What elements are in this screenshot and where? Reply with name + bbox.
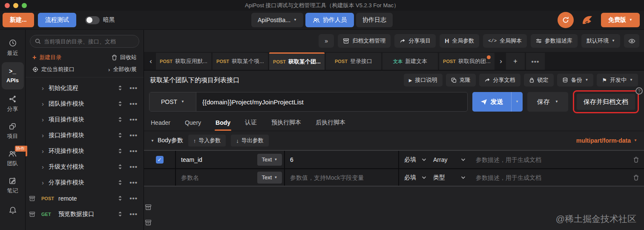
global-script-button[interactable]: </> 全局脚本 [483, 34, 527, 48]
more-icon[interactable]: ••• [129, 163, 138, 170]
share-doc-button[interactable]: 分享文档 [479, 74, 520, 86]
dark-mode-toggle[interactable]: 暗黑 [85, 16, 115, 24]
tree-folder[interactable]: › 初始化流程 ••• [26, 80, 144, 96]
tree-folder[interactable]: › 环境操作模块 ••• [26, 143, 144, 159]
tab-body[interactable]: Body [216, 114, 230, 131]
delete-row-trash-icon[interactable] [633, 157, 639, 163]
export-params-button[interactable]: ↓ 导出参数 [231, 135, 269, 147]
param-checkbox-checked[interactable]: ✓ [156, 156, 164, 164]
sort-icon[interactable] [118, 117, 122, 122]
url-input[interactable] [196, 92, 467, 111]
search-input[interactable] [44, 38, 134, 45]
sort-icon[interactable] [118, 132, 122, 138]
param-value-input[interactable] [290, 174, 393, 181]
new-tab-button[interactable]: + [506, 53, 525, 70]
new-button[interactable]: 新建... [3, 13, 34, 27]
more-icon[interactable]: ••• [129, 147, 138, 155]
api-tree-item[interactable]: GET 预览数据接口 ••• [26, 206, 144, 222]
lock-button[interactable]: 锁定 [524, 74, 554, 86]
param-name-input[interactable] [181, 156, 255, 163]
clone-button[interactable]: 克隆 [446, 74, 476, 86]
share-project-button[interactable]: 分享项目 [394, 34, 436, 48]
recycle-bin-button[interactable]: 回收站 [112, 54, 137, 61]
request-tab[interactable]: POST 获取应用默... [156, 53, 211, 70]
sort-icon[interactable] [118, 101, 122, 106]
collaborators-button[interactable]: 协作人员 [305, 13, 354, 27]
more-icon[interactable]: ••• [129, 132, 138, 139]
tabs-scroll-left-button[interactable]: ‹ [146, 53, 156, 70]
more-icon[interactable]: ••• [129, 116, 138, 123]
locate-current-api-button[interactable]: 定位当前接口 [32, 66, 75, 73]
tab-auth[interactable]: 认证 [245, 114, 257, 131]
overflow-chevrons-button[interactable]: » [319, 34, 334, 48]
global-params-button[interactable]: H 全局参数 [440, 34, 479, 48]
sort-icon[interactable] [118, 211, 122, 217]
workspace-dropdown[interactable]: ApiPostBa... ▼ [251, 13, 303, 27]
collab-log-button[interactable]: 协作日志 [356, 13, 393, 27]
environment-dropdown[interactable]: 默认环境 ▼ [581, 34, 620, 48]
more-icon[interactable]: ••• [129, 100, 138, 107]
sidebar-item-team[interactable]: 协作 团队 [2, 146, 24, 171]
collapse-expand-all-button[interactable]: › 全部收/展 [108, 66, 137, 73]
free-version-button[interactable]: 免费版 ▼ [601, 13, 640, 27]
content-type-dropdown[interactable]: multipart/form-data ▼ [576, 137, 637, 144]
param-type-dropdown[interactable]: Text ▼ [257, 172, 282, 184]
param-type-dropdown[interactable]: Text ▼ [257, 154, 282, 166]
tab-options-button[interactable]: ••• [526, 53, 545, 70]
sidebar-search[interactable] [30, 35, 139, 48]
sort-icon[interactable] [118, 148, 122, 154]
send-button[interactable]: 发送 ▼ [472, 92, 523, 112]
more-icon[interactable]: ••• [129, 84, 138, 92]
send-options-button[interactable]: ▼ [511, 92, 523, 112]
tab-pre-script[interactable]: 预执行脚本 [271, 114, 301, 131]
request-tab[interactable]: POST 登录接口 [326, 53, 381, 70]
param-desc-lib-button[interactable]: 参数描述库 [531, 34, 578, 48]
tab-header[interactable]: Header [151, 114, 170, 131]
api-tree-item[interactable]: POST remote ••• [26, 190, 144, 206]
request-tab-unsaved[interactable]: POST 获取我的团... [439, 53, 494, 70]
sidebar-item-share[interactable]: 分享 [2, 91, 24, 117]
param-desc-input[interactable] [476, 156, 629, 163]
status-dropdown[interactable]: ⚑ 开发中 ▼ [597, 74, 638, 86]
more-icon[interactable]: ••• [129, 179, 138, 186]
tree-folder[interactable]: › 项目操作模块 ••• [26, 112, 144, 127]
param-name-input[interactable] [181, 174, 255, 181]
tree-folder[interactable]: › 接口操作模块 ••• [26, 127, 144, 143]
request-tab-active[interactable]: POST 获取某个团... [269, 52, 325, 70]
body-params-collapse[interactable]: ▼ Body参数 [151, 137, 183, 144]
new-directory-button[interactable]: + 新建目录 [32, 54, 61, 61]
request-tab[interactable]: POST 获取某个项... [213, 53, 268, 70]
sidebar-item-recent[interactable]: 最近 [2, 35, 24, 60]
data-type-dropdown[interactable]: Array [433, 156, 455, 163]
required-dropdown[interactable]: 必填 [404, 156, 416, 164]
sidebar-item-apis[interactable]: >_ APIs [2, 62, 24, 89]
flow-test-button[interactable]: 流程测试 [38, 13, 76, 27]
archive-doc-manage-button[interactable]: 归档文档管理 [338, 34, 391, 48]
method-dropdown[interactable]: POST ▼ [150, 92, 196, 111]
tabs-scroll-right-button[interactable]: › [496, 53, 506, 70]
sync-button[interactable] [558, 12, 574, 28]
save-button[interactable]: 保存 ▼ [527, 92, 568, 112]
sort-icon[interactable] [118, 196, 122, 201]
api-doc-button[interactable]: ▶ 接口说明 [404, 74, 443, 86]
backup-dropdown[interactable]: 备份 ▼ [557, 74, 594, 86]
env-preview-button[interactable] [624, 34, 639, 48]
tree-folder[interactable]: › 升级支付模块 ••• [26, 159, 144, 175]
sidebar-item-project[interactable]: 项目 [2, 118, 24, 144]
more-icon[interactable]: ••• [129, 210, 138, 218]
request-tab[interactable]: 文本 新建文本 [382, 53, 438, 70]
toggle-switch-icon[interactable] [85, 16, 100, 24]
sort-icon[interactable] [118, 180, 122, 185]
required-dropdown[interactable]: 必填 [404, 174, 416, 181]
delete-row-trash-icon[interactable] [633, 175, 639, 181]
save-and-archive-button[interactable]: 保存并归档文档 [577, 94, 635, 110]
data-type-dropdown[interactable]: 类型 [433, 174, 455, 181]
tab-query[interactable]: Query [185, 114, 201, 131]
param-value-input[interactable] [290, 156, 393, 163]
tab-post-script[interactable]: 后执行脚本 [316, 114, 345, 131]
sort-icon[interactable] [118, 164, 122, 170]
sidebar-item-notes[interactable]: 笔记 [2, 173, 24, 198]
tree-folder[interactable]: › 团队操作模块 ••• [26, 96, 144, 112]
sort-icon[interactable] [118, 85, 122, 91]
more-icon[interactable]: ••• [129, 195, 138, 202]
